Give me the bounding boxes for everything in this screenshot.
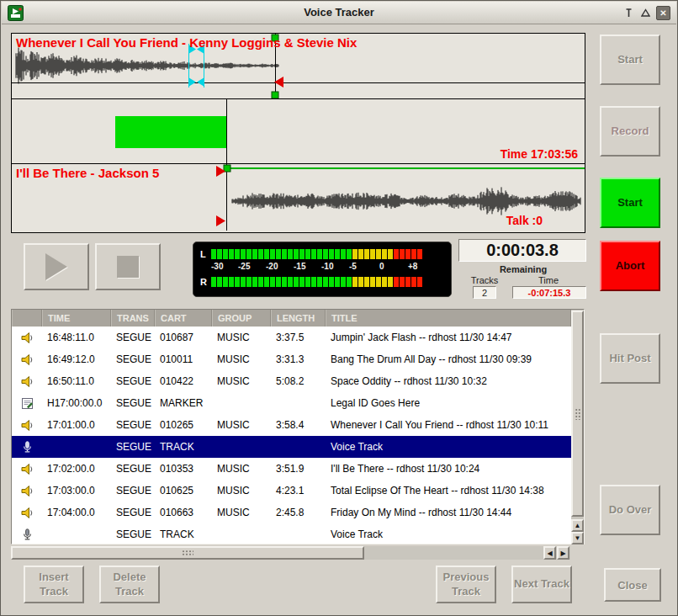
table-row[interactable]: H17:00:00.0 SEGUE MARKER Legal ID Goes H… <box>12 392 571 414</box>
next-track-button[interactable]: Next Track <box>511 566 572 603</box>
cell-length: 4:23.1 <box>271 485 326 497</box>
table-row[interactable]: SEGUE TRACK Voice Track <box>12 436 571 458</box>
stop-button[interactable] <box>95 243 161 290</box>
column-header[interactable]: CART <box>155 310 212 327</box>
hit-post-button[interactable]: Hit Post <box>600 333 660 384</box>
column-header[interactable]: TIME <box>42 310 111 327</box>
titlebar[interactable]: Voice Tracker ✕ <box>2 2 676 24</box>
cell-length: 3:51.9 <box>271 463 326 475</box>
column-header[interactable] <box>12 310 42 327</box>
time-overlay: Time 17:03:56 <box>501 147 578 161</box>
remaining-time-label: Time <box>509 275 588 285</box>
cell-group: MUSIC <box>212 419 271 431</box>
elapsed-time-display: 0:00:03.8 <box>458 239 586 262</box>
talk-overlay: Talk :0 <box>506 214 543 227</box>
table-row[interactable]: 16:50:11.0 SEGUE 010422 MUSIC 5:08.2 Spa… <box>12 370 571 392</box>
remaining-tracks-value: 2 <box>473 286 496 299</box>
record-button[interactable]: Record <box>600 106 660 157</box>
close-button[interactable]: Close <box>604 568 661 602</box>
log-table: TIMETRANSCARTGROUPLENGTHTITLE 16:48:11.0… <box>11 309 585 544</box>
cell-cart: TRACK <box>155 441 212 453</box>
cell-group: MUSIC <box>212 485 271 497</box>
delete-track-button[interactable]: Delete Track <box>99 566 160 603</box>
meter-right-label: R <box>200 277 211 287</box>
vertical-scrollbar-thumb[interactable] <box>571 311 584 517</box>
waveform-stack: Whenever I Call You Friend - Kenny Loggi… <box>11 33 585 233</box>
cell-length: 3:58.4 <box>271 419 326 431</box>
table-row[interactable]: 17:02:00.0 SEGUE 010353 MUSIC 3:51.9 I'l… <box>12 458 571 480</box>
horizontal-scrollbar-thumb[interactable] <box>11 546 364 560</box>
track2-waveform-lane[interactable]: I'll Be There - Jackson 5 Talk :0 <box>12 164 585 231</box>
row-icon <box>12 353 42 367</box>
cell-title: Jumpin' Jack Flash -- rdhost 11/30 14:47 <box>326 332 571 343</box>
window-title: Voice Tracker <box>2 6 676 19</box>
scrollbar-grip <box>575 408 580 420</box>
close-icon[interactable]: ✕ <box>656 6 670 20</box>
scroll-left-button[interactable]: ◀ <box>543 546 556 560</box>
cell-length: 5:08.2 <box>271 375 326 387</box>
row-icon <box>12 484 42 498</box>
table-row[interactable]: 17:04:00.0 SEGUE 010663 MUSIC 2:45.8 Fri… <box>12 502 571 523</box>
cell-group: MUSIC <box>212 375 271 387</box>
table-row[interactable]: 16:48:11.0 SEGUE 010687 MUSIC 3:37.5 Jum… <box>12 327 571 348</box>
column-header[interactable]: LENGTH <box>271 310 326 327</box>
column-header[interactable]: TITLE <box>326 310 571 327</box>
track1-waveform-lane[interactable]: Whenever I Call You Friend - Kenny Loggi… <box>12 34 585 99</box>
cell-time: 17:01:00.0 <box>42 419 111 431</box>
voice-track-block <box>115 116 226 148</box>
remaining-time-value: -0:07:15.3 <box>512 286 586 299</box>
pin-icon[interactable] <box>622 6 636 20</box>
cell-trans: SEGUE <box>111 528 155 540</box>
log-header: TIMETRANSCARTGROUPLENGTHTITLE <box>12 310 571 327</box>
horizontal-scrollbar[interactable]: ◀ ▶ <box>11 546 585 560</box>
play-icon <box>45 253 67 280</box>
scroll-right-button[interactable]: ▶ <box>557 546 569 560</box>
cell-title: Whenever I Call You Friend -- rdhost 11/… <box>326 419 571 431</box>
track1-title: Whenever I Call You Friend - Kenny Loggi… <box>16 35 357 50</box>
row-icon <box>12 506 42 520</box>
cell-trans: SEGUE <box>111 463 155 475</box>
table-row[interactable]: 17:01:00.0 SEGUE 010265 MUSIC 3:58.4 Whe… <box>12 414 571 436</box>
track2-start-handle <box>224 165 230 172</box>
start-button[interactable]: Start <box>600 178 660 228</box>
cell-trans: SEGUE <box>111 441 155 453</box>
column-header[interactable]: GROUP <box>212 310 271 327</box>
table-row[interactable]: 17:03:00.0 SEGUE 010625 MUSIC 4:23.1 Tot… <box>12 480 571 502</box>
abort-button[interactable]: Abort <box>600 241 660 291</box>
row-icon <box>12 396 42 411</box>
table-row[interactable]: SEGUE TRACK Voice Track <box>12 523 571 544</box>
voice-track-lane[interactable]: Time 17:03:56 <box>12 99 585 164</box>
cell-title: Friday On My Mind -- rdhost 11/30 14:44 <box>326 507 571 518</box>
cell-group: MUSIC <box>212 463 271 475</box>
cell-cart: 010663 <box>155 507 212 518</box>
cell-title: Voice Track <box>326 528 571 540</box>
start-top-button[interactable]: Start <box>600 35 660 85</box>
cell-title: Legal ID Goes Here <box>326 397 571 409</box>
cell-trans: SEGUE <box>111 397 155 409</box>
cell-trans: SEGUE <box>111 419 155 431</box>
cell-trans: SEGUE <box>111 375 155 387</box>
scrollbar-grip <box>182 550 193 556</box>
cell-trans: SEGUE <box>111 485 155 497</box>
stop-icon <box>117 256 139 278</box>
scroll-down-button[interactable]: ▼ <box>571 532 584 544</box>
track2-title: I'll Be There - Jackson 5 <box>16 166 159 180</box>
cell-title: I'll Be There -- rdhost 11/30 10:24 <box>326 463 571 475</box>
cell-title: Total Eclipse Of The Heart -- rdhost 11/… <box>326 485 571 497</box>
play-button[interactable] <box>24 243 89 290</box>
cell-time: 16:50:11.0 <box>42 375 111 387</box>
insert-track-button[interactable]: Insert Track <box>24 566 84 603</box>
cell-length: 2:45.8 <box>271 507 326 518</box>
previous-track-button[interactable]: Previous Track <box>436 566 496 603</box>
scroll-up-button[interactable]: ▲ <box>571 519 584 532</box>
table-row[interactable]: 16:49:12.0 SEGUE 010011 MUSIC 3:31.3 Ban… <box>12 348 571 370</box>
audio-level-meter: L -30-25-20-15-10-50+8 R <box>193 242 452 297</box>
vertical-scrollbar[interactable]: ▲ ▼ <box>571 310 584 544</box>
shade-icon[interactable] <box>638 6 653 20</box>
cell-title: Bang The Drum All Day -- rdhost 11/30 09… <box>326 353 571 365</box>
cell-trans: SEGUE <box>111 332 155 343</box>
column-header[interactable]: TRANS <box>111 310 155 327</box>
do-over-button[interactable]: Do Over <box>600 485 660 535</box>
log-rows: 16:48:11.0 SEGUE 010687 MUSIC 3:37.5 Jum… <box>12 327 571 544</box>
cell-cart: 010625 <box>155 485 212 497</box>
